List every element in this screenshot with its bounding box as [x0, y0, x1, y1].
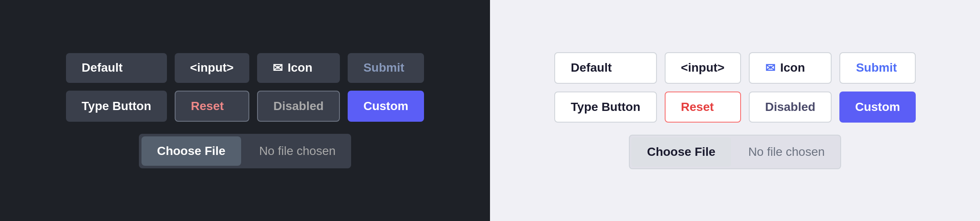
light-no-file-text: No file chosen: [733, 145, 840, 159]
light-choose-file-label: Choose File: [647, 145, 716, 158]
dark-choose-file-label: Choose File: [157, 144, 226, 158]
light-default-button[interactable]: Default: [554, 52, 656, 84]
light-type-button-label: Type Button: [571, 100, 640, 114]
light-reset-button[interactable]: Reset: [665, 92, 741, 123]
light-file-input-row: Choose File No file chosen: [629, 135, 841, 169]
light-icon-label: Icon: [780, 61, 805, 75]
dark-default-label: Default: [82, 61, 122, 75]
light-submit-button[interactable]: Submit: [839, 52, 915, 84]
dark-panel: Default <input> ✉ Icon Submit Type Butto…: [0, 0, 490, 221]
dark-disabled-button[interactable]: Disabled: [257, 91, 340, 122]
dark-submit-button[interactable]: Submit: [348, 53, 424, 83]
dark-reset-button[interactable]: Reset: [175, 91, 249, 122]
dark-custom-button[interactable]: Custom: [348, 91, 424, 122]
light-input-button[interactable]: <input>: [665, 52, 741, 84]
dark-icon-button[interactable]: ✉ Icon: [257, 53, 340, 83]
dark-disabled-label: Disabled: [273, 99, 324, 113]
dark-type-button-label: Type Button: [82, 99, 151, 113]
light-disabled-label: Disabled: [765, 100, 816, 114]
light-submit-label: Submit: [856, 61, 897, 75]
light-type-button-button[interactable]: Type Button: [554, 92, 656, 123]
dark-reset-label: Reset: [191, 99, 224, 113]
dark-button-grid: Default <input> ✉ Icon Submit Type Butto…: [66, 53, 424, 122]
light-custom-button[interactable]: Custom: [839, 92, 915, 123]
dark-type-button-button[interactable]: Type Button: [66, 91, 166, 122]
light-button-grid: Default <input> ✉ Icon Submit Type Butto…: [554, 52, 915, 123]
dark-no-file-text: No file chosen: [244, 144, 351, 158]
light-choose-file-button[interactable]: Choose File: [631, 137, 731, 167]
dark-default-button[interactable]: Default: [66, 53, 166, 83]
dark-submit-label: Submit: [363, 61, 404, 75]
light-reset-label: Reset: [681, 100, 714, 114]
light-panel: Default <input> ✉ Icon Submit Type Butto…: [490, 0, 980, 221]
light-input-label: <input>: [681, 61, 725, 75]
light-default-label: Default: [571, 61, 612, 75]
dark-custom-label: Custom: [363, 99, 408, 113]
dark-file-input-row: Choose File No file chosen: [139, 134, 351, 168]
light-icon-button[interactable]: ✉ Icon: [749, 52, 832, 84]
envelope-icon: ✉: [765, 61, 775, 75]
dark-input-button[interactable]: <input>: [175, 53, 249, 83]
dark-icon-label: Icon: [288, 61, 313, 75]
envelope-icon: ✉: [273, 61, 283, 75]
light-disabled-button[interactable]: Disabled: [749, 92, 832, 123]
light-custom-label: Custom: [855, 100, 900, 114]
dark-input-label: <input>: [190, 61, 234, 75]
dark-choose-file-button[interactable]: Choose File: [141, 136, 241, 166]
